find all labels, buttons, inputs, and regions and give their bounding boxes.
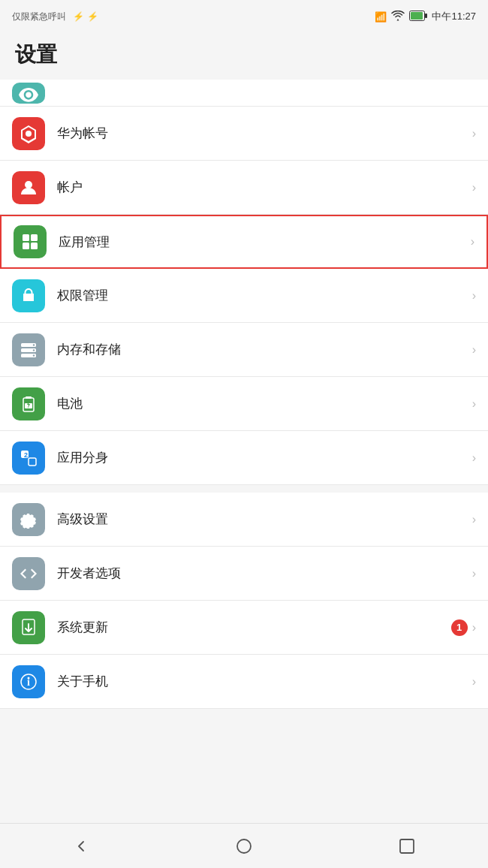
- svg-rect-23: [29, 458, 36, 466]
- time-display: 中午11:27: [432, 10, 476, 23]
- svg-rect-18: [26, 396, 32, 399]
- account-icon: [12, 171, 45, 204]
- recent-button[interactable]: [392, 831, 422, 861]
- settings-item-account[interactable]: 帐户 ›: [0, 161, 488, 215]
- app-twin-label: 应用分身: [57, 449, 472, 466]
- app-twin-icon: 2: [12, 442, 45, 475]
- permission-label: 权限管理: [57, 287, 472, 304]
- app-twin-right: ›: [472, 451, 476, 465]
- sim-icon: 📶: [375, 11, 387, 23]
- storage-chevron: ›: [472, 343, 476, 357]
- permission-chevron: ›: [472, 289, 476, 303]
- settings-item-permission[interactable]: 权限管理 ›: [0, 269, 488, 323]
- account-right: ›: [472, 181, 476, 194]
- app-management-right: ›: [471, 235, 474, 249]
- svg-point-14: [33, 344, 35, 345]
- settings-item-about-phone[interactable]: i 关于手机 ›: [0, 655, 488, 709]
- partial-icon: [12, 83, 45, 104]
- svg-text:2: 2: [24, 451, 28, 459]
- settings-item-battery[interactable]: 电池 ›: [0, 377, 488, 431]
- svg-point-29: [237, 839, 251, 853]
- account-chevron: ›: [472, 181, 476, 194]
- svg-point-16: [33, 354, 35, 356]
- app-management-label: 应用管理: [59, 234, 471, 251]
- developer-right: ›: [472, 567, 476, 580]
- svg-point-3: [26, 131, 32, 137]
- about-phone-right: ›: [472, 675, 476, 689]
- system-update-icon: [12, 611, 45, 644]
- battery-setting-icon: [12, 387, 45, 420]
- huawei-account-chevron: ›: [472, 127, 476, 140]
- developer-icon: [12, 557, 45, 590]
- app-twin-chevron: ›: [472, 451, 476, 465]
- settings-item-system-update[interactable]: 系统更新 1 ›: [0, 601, 488, 655]
- settings-item-storage[interactable]: 内存和存储 ›: [0, 323, 488, 377]
- svg-rect-10: [28, 297, 29, 300]
- svg-rect-5: [23, 234, 29, 241]
- battery-icon: [409, 11, 427, 23]
- status-bar: 仅限紧急呼叫 ⚡ ⚡ 📶 中午11:27: [0, 0, 488, 33]
- settings-list: 华为帐号 › 帐户 › 应用管理 ›: [0, 107, 488, 709]
- permission-icon: [12, 279, 45, 312]
- advanced-chevron: ›: [472, 513, 476, 526]
- svg-rect-7: [23, 243, 29, 249]
- app-management-chevron: ›: [471, 235, 474, 249]
- svg-point-15: [33, 349, 35, 351]
- back-button[interactable]: [66, 831, 96, 861]
- svg-rect-8: [31, 243, 38, 249]
- wifi-icon: [391, 11, 405, 23]
- partial-top-item: [0, 80, 488, 107]
- permission-right: ›: [472, 289, 476, 303]
- home-button[interactable]: [229, 831, 259, 861]
- status-right: 📶 中午11:27: [375, 10, 476, 23]
- app-management-icon: [14, 225, 47, 258]
- settings-item-app-management[interactable]: 应用管理 ›: [0, 215, 488, 269]
- huawei-account-label: 华为帐号: [57, 125, 472, 142]
- svg-rect-1: [411, 12, 423, 20]
- about-phone-icon: i: [12, 665, 45, 698]
- advanced-icon: [12, 503, 45, 536]
- storage-icon: [12, 333, 45, 366]
- system-update-badge: 1: [451, 619, 468, 636]
- svg-point-28: [28, 677, 30, 679]
- svg-rect-30: [400, 839, 414, 853]
- account-label: 帐户: [57, 179, 472, 196]
- system-update-right: 1 ›: [451, 619, 476, 636]
- settings-item-app-twin[interactable]: 2 应用分身 ›: [0, 431, 488, 485]
- system-update-chevron: ›: [472, 621, 476, 634]
- storage-label: 内存和存储: [57, 341, 472, 358]
- svg-rect-6: [31, 234, 38, 241]
- developer-chevron: ›: [472, 567, 476, 580]
- battery-right: ›: [472, 397, 476, 411]
- huawei-account-right: ›: [472, 127, 476, 140]
- system-update-label: 系统更新: [57, 619, 451, 636]
- battery-label: 电池: [57, 395, 472, 412]
- separator-1: [0, 485, 488, 493]
- status-left-text: 仅限紧急呼叫 ⚡ ⚡: [12, 11, 98, 23]
- battery-chevron: ›: [472, 397, 476, 411]
- about-phone-chevron: ›: [472, 675, 476, 689]
- developer-label: 开发者选项: [57, 565, 472, 582]
- advanced-label: 高级设置: [57, 511, 472, 528]
- bottom-nav: [0, 823, 488, 868]
- storage-right: ›: [472, 343, 476, 357]
- settings-item-huawei-account[interactable]: 华为帐号 ›: [0, 107, 488, 161]
- page-title: 设置: [0, 33, 488, 80]
- advanced-right: ›: [472, 513, 476, 526]
- settings-item-developer[interactable]: 开发者选项 ›: [0, 547, 488, 601]
- settings-item-advanced[interactable]: 高级设置 ›: [0, 493, 488, 547]
- about-phone-label: 关于手机: [57, 673, 472, 690]
- svg-point-4: [25, 181, 32, 188]
- huawei-account-icon: [12, 117, 45, 150]
- svg-rect-2: [425, 14, 427, 18]
